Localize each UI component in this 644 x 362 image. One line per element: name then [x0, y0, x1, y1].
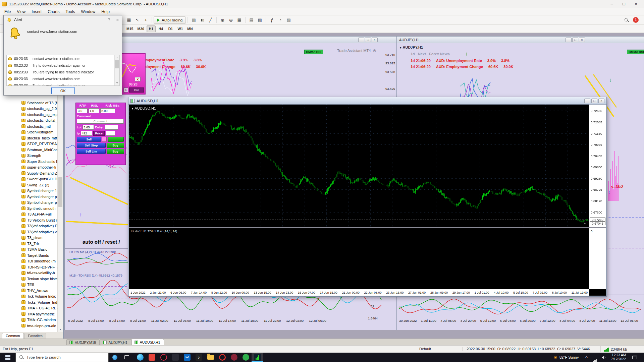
tp-input[interactable] — [81, 131, 92, 136]
alert-titlebar[interactable]: Alert ? × — [4, 15, 122, 24]
taskbar-app-metatrader[interactable] — [252, 353, 263, 362]
close-button[interactable] — [630, 0, 642, 8]
navigator-item[interactable]: THV_Arrows — [0, 288, 57, 294]
taskbar-app-opera-gx[interactable] — [158, 353, 169, 362]
timeframe-button[interactable]: MN — [185, 25, 195, 32]
taskbar-search[interactable] — [15, 353, 109, 362]
close-button[interactable] — [598, 99, 604, 103]
comment-input[interactable] — [77, 119, 124, 124]
navigator-item[interactable]: TDI-RSI-Dz-VHF_A — [0, 264, 57, 270]
taskbar-app-opera[interactable] — [216, 353, 228, 362]
chart-tab[interactable]: AUDJPY,H1 — [100, 339, 131, 345]
navigator-item[interactable]: Target Bands — [0, 252, 57, 258]
timeframe-button[interactable]: H4 — [156, 25, 165, 32]
timeframe-button[interactable]: D1 — [166, 25, 175, 32]
navigator-item[interactable]: stochastic_mtf — [0, 123, 57, 129]
navigator-item[interactable]: tma-slope-pro-ale — [0, 323, 57, 329]
sell-button[interactable]: Sell — [77, 137, 101, 142]
modify-button[interactable] — [102, 137, 107, 142]
window-titlebar[interactable]: 113528335: MetaQuotes-Demo - Demo Accoun… — [0, 0, 644, 8]
close-button[interactable] — [579, 38, 585, 42]
buy-button[interactable]: Buy — [107, 143, 124, 148]
arrange-windows-icon[interactable] — [247, 16, 256, 24]
navigator-item[interactable]: TDI smoothed (m — [0, 258, 57, 264]
scroll-thumb[interactable] — [115, 60, 119, 68]
indicators-icon[interactable] — [268, 16, 276, 24]
timeframe-button[interactable]: M15 — [125, 25, 135, 32]
maximize-button[interactable] — [618, 0, 630, 8]
rtp-input[interactable] — [77, 108, 88, 113]
indicator-scale[interactable]: 0 — [589, 228, 606, 289]
main-price-scale[interactable]: 0.726550.720850.715300.709750.704050.698… — [589, 105, 606, 227]
alert-row[interactable]: 00:23:33Try to download indicator again … — [7, 82, 114, 86]
restore-button[interactable] — [591, 99, 597, 103]
scroll-up-icon[interactable] — [115, 55, 119, 60]
rsl-input[interactable] — [89, 108, 99, 113]
navigator-item[interactable]: Swing_ZZ (2) — [0, 182, 57, 188]
price-input[interactable] — [106, 131, 115, 136]
bar-chart-icon[interactable] — [190, 16, 198, 24]
navigator-item[interactable]: TMA + CG 4C RL A — [0, 305, 57, 311]
taskbar-clock[interactable]: 12:23 AM 7/12/2022 — [608, 353, 629, 361]
taskbar-app-green[interactable] — [240, 353, 252, 362]
navigator-item[interactable]: Strength — [0, 153, 57, 159]
status-profile[interactable]: Default — [415, 347, 431, 351]
navigator-item[interactable]: Symbol changer 1 — [0, 188, 57, 194]
navigator-item[interactable]: T3 Velocity Burst n — [0, 217, 57, 223]
task-view-button[interactable] — [121, 353, 133, 362]
weather-widget[interactable]: 82°F Sunny — [550, 355, 582, 360]
chevron-down-icon[interactable] — [400, 45, 403, 49]
templates-icon[interactable] — [284, 16, 293, 24]
zoom-in-icon[interactable] — [218, 16, 227, 24]
navigator-item[interactable]: super-smoother-fi — [0, 165, 57, 171]
navigator-item[interactable]: STOP_REVERSAL — [0, 141, 57, 147]
candlestick-chart[interactable] — [129, 105, 590, 227]
help-button[interactable]: ? — [108, 17, 110, 22]
chart-tab[interactable]: AUDUSD,H1 — [131, 339, 164, 345]
network-icon[interactable] — [591, 353, 600, 362]
candle-chart-icon[interactable] — [198, 16, 206, 24]
navigator-item[interactable]: Tenkan slope histc — [0, 276, 57, 282]
tray-expand-icon[interactable] — [582, 353, 591, 362]
start-button[interactable] — [0, 353, 15, 362]
alert-row[interactable]: 00:23:33Try to download indicator again … — [7, 62, 114, 69]
scroll-down-icon[interactable] — [58, 327, 63, 332]
menu-item[interactable]: Window — [78, 9, 99, 14]
price-button[interactable]: Price — [93, 131, 105, 136]
taskbar-app-store[interactable] — [169, 353, 181, 362]
alert-row[interactable]: 00:23:33You are trying to use renamed in… — [7, 69, 114, 75]
menu-item[interactable]: File — [1, 9, 14, 14]
navigator-item[interactable]: stochastic_cg_exp — [0, 112, 57, 118]
periods-icon[interactable] — [276, 16, 284, 24]
navigator-tab[interactable]: Favorites — [24, 333, 46, 339]
navigator-item[interactable]: SweetSpotsGOLD_ — [0, 176, 57, 182]
crosshair-icon[interactable] — [142, 16, 150, 24]
navigator-item[interactable]: T3(vhf adaptive) IT — [0, 223, 57, 229]
navigator-item[interactable]: StochHistogram — [0, 129, 57, 135]
auto-button-label[interactable]: auto off / reset / — [83, 239, 120, 245]
ok-button[interactable]: OK — [51, 87, 75, 94]
close-button[interactable] — [372, 38, 378, 42]
taskbar-app-photos[interactable] — [146, 353, 158, 362]
taskbar-app-maroon[interactable] — [228, 353, 240, 362]
navigator-item[interactable]: Ticks_Volume_Indi — [0, 299, 57, 305]
taskbar-app-mail[interactable] — [181, 353, 193, 362]
window-titlebar[interactable]: AUDJPY,H1 — [397, 37, 644, 43]
chart-window-titlebar[interactable]: AUDUSD,H1 — [128, 97, 606, 105]
scroll-down-icon[interactable] — [115, 81, 119, 85]
taskbar-app-explorer[interactable] — [205, 353, 216, 362]
buy-quick-button[interactable] — [108, 137, 124, 142]
zoom-out-icon[interactable] — [227, 16, 235, 24]
chart-tab[interactable]: AUDJPY,M15 — [66, 339, 100, 345]
indicator-subwindow[interactable]: tdi div1: H1 TDI of Rsx (14,1; 14) — [129, 228, 589, 289]
menu-item[interactable]: Insert — [29, 9, 45, 14]
new-chart-icon[interactable] — [125, 16, 133, 24]
navigator-item[interactable]: Symbol changer p — [0, 200, 57, 206]
action-center-button[interactable] — [629, 353, 641, 362]
notification-badge[interactable]: 1 — [633, 17, 639, 23]
close-button[interactable]: × — [116, 17, 119, 22]
panel-tab-s[interactable]: s — [123, 87, 128, 93]
menu-item[interactable]: View — [14, 9, 29, 14]
navigator-item[interactable]: TMA+CG mladen — [0, 317, 57, 323]
search-input[interactable] — [26, 355, 94, 359]
